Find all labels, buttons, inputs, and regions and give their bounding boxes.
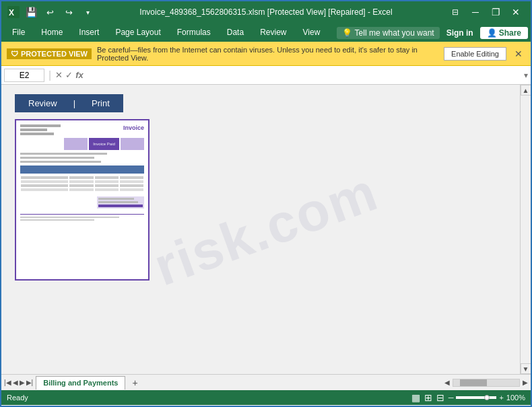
tabs-bar: |◀ ◀ ▶ ▶| Billing and Payments + ◀ ▶	[1, 374, 531, 390]
help-icon[interactable]: ⊟	[446, 5, 465, 20]
sheet-tab-billing[interactable]: Billing and Payments	[36, 376, 125, 390]
formula-input[interactable]	[86, 71, 521, 80]
first-sheet-button[interactable]: |◀	[4, 379, 11, 386]
inv-row	[20, 180, 144, 183]
tab-formulas[interactable]: Formulas	[169, 23, 219, 42]
scroll-down-button[interactable]: ▼	[521, 363, 531, 374]
zoom-control: ─ + 100%	[448, 394, 525, 402]
zoom-level: 100%	[506, 394, 525, 402]
tab-data[interactable]: Data	[219, 23, 252, 42]
insert-function-icon[interactable]: fx	[75, 70, 84, 80]
hscroll-left-button[interactable]: ◀	[444, 379, 450, 386]
print-button[interactable]: Print	[78, 94, 123, 112]
restore-button[interactable]: ❐	[486, 5, 505, 20]
cancel-formula-icon[interactable]: ✕	[55, 70, 63, 80]
ribbon-right: 💡 Tell me what you want Sign in 👤 Share	[337, 27, 528, 42]
window-controls: ⊟ ─ ❐ ✕	[446, 5, 525, 20]
print-divider: |	[71, 94, 78, 112]
cell-reference-box[interactable]	[4, 69, 44, 82]
tab-home[interactable]: Home	[33, 23, 71, 42]
shield-icon: 🛡	[11, 50, 18, 58]
tab-review[interactable]: Review	[252, 23, 294, 42]
title-bar: X 💾 ↩ ↪ ▾ Invoice_489368_1562806315.xlsm…	[1, 1, 531, 23]
status-ready: Ready	[7, 394, 28, 402]
review-button[interactable]: Review	[15, 94, 71, 112]
hscroll-right-button[interactable]: ▶	[523, 379, 528, 386]
share-icon: 👤	[487, 28, 497, 38]
scroll-up-button[interactable]: ▲	[521, 85, 531, 96]
invoice-preview: Invoice Invoice Paid	[15, 119, 149, 281]
vertical-scrollbar[interactable]: ▲ ▼	[520, 85, 531, 374]
svg-text:X: X	[9, 8, 14, 17]
qat-more-icon[interactable]: ▾	[79, 5, 96, 20]
formula-bar-divider: |	[47, 69, 53, 81]
hscroll-track[interactable]	[453, 379, 520, 387]
tab-navigation: |◀ ◀ ▶ ▶|	[1, 379, 36, 386]
tab-page-layout[interactable]: Page Layout	[107, 23, 168, 42]
page-break-icon[interactable]: ⊟	[436, 392, 444, 403]
main-area: risk.com Review | Print Invoice In	[1, 85, 531, 374]
tell-me-input[interactable]: 💡 Tell me what you want	[337, 27, 440, 39]
zoom-out-icon[interactable]: ─	[448, 394, 454, 402]
confirm-formula-icon[interactable]: ✓	[65, 70, 73, 80]
close-button[interactable]: ✕	[506, 5, 525, 20]
review-print-bar: Review | Print	[15, 94, 517, 112]
inv-logo: Invoice	[123, 124, 144, 131]
horizontal-scroll-area: ◀ ▶	[444, 379, 531, 387]
tab-file[interactable]: File	[4, 23, 33, 42]
quick-access-toolbar: X 💾 ↩ ↪ ▾	[7, 5, 96, 20]
status-right: ▦ ⊞ ⊟ ─ + 100%	[411, 392, 525, 403]
redo-icon[interactable]: ↪	[61, 5, 77, 20]
prev-sheet-button[interactable]: ◀	[13, 379, 18, 386]
formula-bar: | ✕ ✓ fx ▾	[1, 66, 531, 85]
sign-in-button[interactable]: Sign in	[442, 27, 477, 39]
last-sheet-button[interactable]: ▶|	[26, 379, 34, 386]
protected-message: Be careful—files from the Internet can c…	[97, 46, 438, 62]
next-sheet-button[interactable]: ▶	[20, 379, 25, 386]
share-button[interactable]: 👤 Share	[480, 27, 528, 39]
zoom-slider[interactable]	[456, 396, 496, 399]
lightbulb-icon: 💡	[342, 28, 352, 38]
window-title: Invoice_489368_1562806315.xlsm [Protecte…	[139, 7, 392, 17]
tab-insert[interactable]: Insert	[71, 23, 107, 42]
formula-icons: ✕ ✓ fx	[55, 70, 84, 80]
inv-row	[20, 184, 144, 187]
sheet-area: Review | Print Invoice Invoice Paid	[1, 85, 531, 374]
formula-expand-icon[interactable]: ▾	[524, 71, 528, 80]
tab-view[interactable]: View	[295, 23, 329, 42]
hscroll-thumb[interactable]	[460, 379, 487, 386]
add-sheet-button[interactable]: +	[128, 376, 141, 390]
undo-icon[interactable]: ↩	[42, 5, 58, 20]
save-icon[interactable]: 💾	[23, 5, 39, 20]
protected-label: 🛡 PROTECTED VIEW	[7, 48, 92, 59]
inv-row	[20, 188, 144, 191]
excel-icon: X	[7, 5, 20, 19]
normal-view-icon[interactable]: ▦	[411, 392, 420, 403]
page-layout-icon[interactable]: ⊞	[424, 392, 432, 403]
protected-close-button[interactable]: ✕	[512, 48, 525, 59]
scroll-track[interactable]	[521, 96, 531, 363]
minimize-button[interactable]: ─	[466, 5, 485, 20]
status-bar: Ready ▦ ⊞ ⊟ ─ + 100%	[1, 390, 531, 405]
inv-row	[20, 176, 144, 179]
zoom-in-icon[interactable]: +	[499, 394, 503, 402]
ribbon-tabs: File Home Insert Page Layout Formulas Da…	[1, 23, 531, 42]
protected-view-bar: 🛡 PROTECTED VIEW Be careful—files from t…	[1, 42, 531, 66]
enable-editing-button[interactable]: Enable Editing	[444, 47, 506, 61]
inv-blue-bar	[20, 165, 144, 174]
